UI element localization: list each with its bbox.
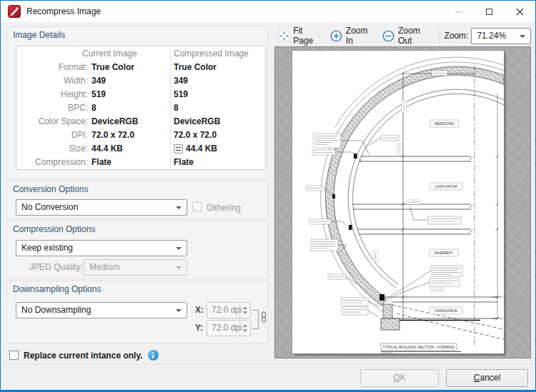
jpeg-quality-dropdown: Medium xyxy=(84,259,187,276)
preview-pane[interactable]: BEDROOMS LIVING ROOM BASEMENT CRAWLSPACE… xyxy=(274,46,531,358)
replace-instance-row: Replace current intance only. xyxy=(9,350,159,361)
chevron-down-icon xyxy=(520,35,525,38)
conversion-options-group: Conversion Options No Conversion Ditheri… xyxy=(6,181,268,219)
preview-page: BEDROOMS LIVING ROOM BASEMENT CRAWLSPACE… xyxy=(292,51,504,353)
row-compressed-value: True Color xyxy=(174,61,217,74)
compression-dropdown[interactable]: Keep existing xyxy=(16,240,187,256)
room-label-bedrooms: BEDROOMS xyxy=(435,122,455,126)
zoom-out-label: Zoom Out xyxy=(398,26,432,46)
drawing-title: TYPICAL BUILDING SECTION - FORMING xyxy=(383,345,455,349)
close-button[interactable] xyxy=(505,1,535,22)
xy-link-bracket xyxy=(252,310,259,329)
table-row: Size: 44.4 KB 44.4 KB xyxy=(16,142,265,156)
column-compressed-image: Compressed Image xyxy=(174,46,249,61)
grade-line-2 xyxy=(397,313,504,339)
maximize-button[interactable] xyxy=(474,1,505,22)
y-dpi-value: 72.0 dpi xyxy=(212,323,242,333)
spin-up-icon xyxy=(243,324,247,327)
table-row: DPI: 72.0 x 72.0 72.0 x 72.0 xyxy=(16,129,265,142)
wall-stub xyxy=(383,304,392,318)
conversion-dropdown[interactable]: No Conversion xyxy=(16,199,187,216)
footing xyxy=(381,318,399,330)
spin-up-icon xyxy=(243,306,247,309)
conversion-options-header: Conversion Options xyxy=(7,181,267,194)
downsampling-options-group: Downsampling Options No Downsampling X: … xyxy=(6,281,268,343)
room-label-basement: BASEMENT xyxy=(435,251,452,255)
cancel-button[interactable]: Cancel xyxy=(446,369,528,387)
spin-down-icon xyxy=(243,329,247,332)
x-dpi-value: 72.0 dpi xyxy=(212,305,242,315)
downsampling-dropdown-value: No Downsampling xyxy=(21,305,91,315)
downsampling-dropdown[interactable]: No Downsampling xyxy=(16,302,187,318)
dimension-text-boxes xyxy=(373,101,444,292)
ok-button-label: OK xyxy=(361,370,438,386)
jpeg-quality-label: JPEG Quality: xyxy=(29,262,83,272)
app-icon xyxy=(8,5,21,18)
zoom-level-label: Zoom: xyxy=(444,31,468,41)
table-row: Width: 349 349 xyxy=(16,74,265,88)
table-header-row: Current Image Compressed Image xyxy=(16,46,265,61)
row-compressed-value: 349 xyxy=(174,74,188,88)
row-label: Size: xyxy=(16,142,88,156)
maximize-icon xyxy=(486,9,492,15)
row-label: Format: xyxy=(16,61,88,74)
dithering-checkbox[interactable] xyxy=(192,202,202,212)
spinner-arrows xyxy=(239,321,250,336)
minimize-button[interactable] xyxy=(443,1,474,22)
zoom-level-combobox[interactable]: 71.24% xyxy=(471,28,531,44)
row-current-value: 349 xyxy=(91,74,167,88)
leader-lines xyxy=(324,138,431,316)
window-title: Recompress Image xyxy=(26,6,101,16)
downsampling-options-header: Downsampling Options xyxy=(7,281,267,294)
replace-instance-checkbox[interactable] xyxy=(9,351,19,360)
table-row: Color Space: DeviceRGB DeviceRGB xyxy=(16,115,265,129)
chevron-down-icon xyxy=(176,266,182,269)
chain-link-icon[interactable] xyxy=(260,311,267,323)
row-current-value: 44.4 KB xyxy=(91,142,167,156)
zoom-in-button[interactable]: Zoom In xyxy=(326,27,378,44)
row-compressed-value: 72.0 x 72.0 xyxy=(174,129,217,142)
spinner-arrows xyxy=(239,303,250,318)
compression-options-header: Compression Options xyxy=(7,221,267,234)
row-current-value: True Color xyxy=(91,61,167,74)
outer-finish-line-1 xyxy=(321,62,504,318)
row-label: DPI: xyxy=(16,129,88,142)
drawing-scale-box xyxy=(381,353,395,353)
table-row: BPC: 8 8 xyxy=(16,101,265,115)
footer-separator xyxy=(1,363,535,364)
row-current-value: 72.0 x 72.0 xyxy=(91,129,167,142)
preview-toolbar: Fit Page Zoom In Zoom Out Zoom: 71.24% xyxy=(274,26,531,45)
x-dpi-label: X: xyxy=(195,305,204,315)
chevron-down-icon xyxy=(176,247,182,250)
y-dpi-label: Y: xyxy=(195,323,203,333)
image-details-table: Current Image Compressed Image Format: T… xyxy=(16,46,266,170)
row-current-value: 8 xyxy=(91,101,167,115)
row-label: Color Space: xyxy=(16,115,88,129)
column-current-image: Current Image xyxy=(82,46,137,61)
row-label: Width: xyxy=(16,74,88,88)
fit-page-icon xyxy=(279,30,289,42)
fit-page-label: Fit Page xyxy=(293,26,322,46)
cancel-button-label: Cancel xyxy=(447,370,527,386)
row-compressed-value: Flate xyxy=(174,156,194,169)
info-icon[interactable] xyxy=(148,350,159,361)
row-label: Compression: xyxy=(16,156,88,169)
image-details-header: Image Details xyxy=(7,27,267,40)
equal-size-icon[interactable] xyxy=(174,144,183,154)
image-details-group: Image Details Current Image Compressed I… xyxy=(6,26,268,179)
room-label-crawlspace: CRAWLSPACE xyxy=(435,309,457,313)
jpeg-quality-value: Medium xyxy=(89,262,120,272)
fit-page-button[interactable]: Fit Page xyxy=(274,27,326,44)
spin-down-icon xyxy=(243,311,247,314)
row-current-value: Flate xyxy=(91,156,167,169)
row-current-value: 519 xyxy=(91,88,167,101)
x-dpi-spinner: 72.0 dpi xyxy=(207,302,251,318)
row-compressed-value: 8 xyxy=(174,101,179,115)
ok-button[interactable]: OK xyxy=(360,369,439,387)
replace-instance-label: Replace current intance only. xyxy=(24,351,143,361)
zoom-out-button[interactable]: Zoom Out xyxy=(378,27,437,44)
dithering-label: Dithering xyxy=(207,203,241,213)
row-label: BPC: xyxy=(16,101,88,115)
compression-dropdown-value: Keep existing xyxy=(21,243,73,253)
chevron-down-icon xyxy=(176,206,182,209)
